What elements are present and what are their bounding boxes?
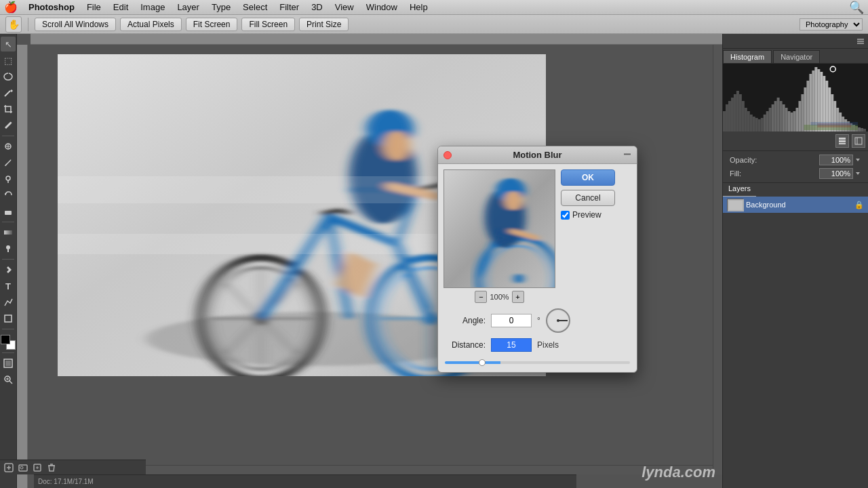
angle-wheel[interactable] [546,308,570,333]
menu-view[interactable]: View [330,1,359,14]
svg-rect-67 [774,101,777,131]
eraser-tool[interactable] [1,204,16,219]
vertical-scrollbar[interactable] [713,45,722,474]
dialog-preview-svg [444,170,555,288]
crop-tool[interactable] [1,102,16,117]
fit-screen-button[interactable]: Fit Screen [186,18,238,31]
svg-rect-75 [795,108,798,131]
ruler-top [31,34,722,45]
dialog-collapse-icon[interactable] [623,150,631,158]
workspace-selector[interactable]: Photography [800,18,863,30]
menu-layer[interactable]: Layer [172,1,205,14]
zoom-out-button[interactable]: − [475,291,487,303]
right-panel: Histogram Navigator [722,34,868,488]
svg-rect-108 [855,138,862,144]
channels-icon[interactable] [852,134,865,148]
fill-row: Fill: [727,167,864,180]
eyedropper-tool[interactable] [1,118,16,133]
shape-tool[interactable] [1,311,16,326]
print-size-button[interactable]: Print Size [299,18,349,31]
layers-icon[interactable] [835,134,849,148]
distance-slider-thumb[interactable] [479,359,486,366]
dodge-tool[interactable] [1,241,16,256]
layer-thumbnail [727,199,743,211]
preview-checkbox[interactable] [561,211,570,220]
toolbar-divider-5 [2,352,14,353]
brush-tool[interactable] [1,155,16,170]
svg-point-8 [6,245,10,249]
zoom-in-button[interactable]: + [512,291,524,303]
menu-photoshop[interactable]: Photoshop [23,1,80,14]
toolbar-divider-4 [2,329,14,329]
apple-menu-icon[interactable]: 🍎 [4,1,18,14]
tab-navigator[interactable]: Navigator [773,50,820,63]
dialog-close-button[interactable] [443,151,452,159]
tab-histogram[interactable]: Histogram [723,50,772,63]
search-icon[interactable]: 🔍 [849,0,864,15]
svg-rect-99 [861,128,863,131]
menu-file[interactable]: File [81,1,106,14]
svg-rect-57 [747,111,750,131]
heal-tool[interactable] [1,139,16,154]
menu-edit[interactable]: Edit [108,1,134,14]
marquee-tool[interactable]: ⬚ [1,53,16,68]
menu-window[interactable]: Window [361,1,403,14]
opacity-dropdown-icon[interactable] [854,157,861,163]
menu-3d[interactable]: 3D [306,1,328,14]
svg-rect-58 [750,115,753,131]
dialog-params: Angle: ° Distance: Pixels [438,308,637,372]
svg-rect-61 [758,119,761,131]
gradient-tool[interactable] [1,225,16,240]
angle-indicator [558,320,568,321]
svg-rect-7 [4,230,12,235]
clone-tool[interactable] [1,171,16,186]
menu-help[interactable]: Help [404,1,433,14]
svg-rect-66 [772,104,774,131]
menu-select[interactable]: Select [237,1,273,14]
actual-pixels-button[interactable]: Actual Pixels [120,18,182,31]
screen-mode-button[interactable] [1,356,16,371]
color-swatches[interactable] [1,335,16,350]
history-brush[interactable] [1,188,16,203]
path-tool[interactable] [1,295,16,310]
fill-input[interactable] [819,168,853,179]
svg-rect-73 [791,113,793,131]
fill-screen-button[interactable]: Fill Screen [241,18,295,31]
wand-tool[interactable] [1,85,16,100]
svg-rect-62 [761,118,764,131]
svg-rect-51 [731,98,734,131]
opacity-input[interactable] [819,155,853,165]
zoom-in-tool[interactable] [1,372,16,387]
svg-rect-52 [734,94,736,131]
opacity-label: Opacity: [730,156,757,164]
distance-label: Distance: [445,340,486,350]
move-tool[interactable]: ↖ [1,37,16,52]
histogram-display [723,64,868,131]
svg-rect-53 [736,91,739,131]
svg-line-0 [5,91,10,96]
dialog-close-area [443,151,452,159]
hand-tool-button[interactable]: ✋ [5,16,22,33]
fill-dropdown-icon[interactable] [854,170,861,177]
distance-input[interactable] [491,338,532,352]
angle-label: Angle: [445,316,486,325]
distance-slider-track[interactable] [445,361,630,364]
svg-rect-63 [764,115,766,131]
options-bar: ✋ Scroll All Windows Actual Pixels Fit S… [0,15,868,34]
angle-input[interactable] [491,314,532,327]
cancel-button[interactable]: Cancel [561,190,615,206]
degree-symbol: ° [537,316,540,325]
lasso-tool[interactable] [1,69,16,84]
ok-button[interactable]: OK [561,169,615,186]
panel-menu-icon[interactable] [856,37,865,46]
pen-tool[interactable] [1,262,16,277]
text-tool[interactable]: T [1,279,16,293]
foreground-color-swatch[interactable] [1,335,10,344]
menu-type[interactable]: Type [206,1,236,14]
menu-image[interactable]: Image [135,1,170,14]
svg-rect-98 [858,127,861,131]
menu-filter[interactable]: Filter [274,1,304,14]
tab-layers[interactable]: Layers [723,183,756,197]
scroll-all-windows-button[interactable]: Scroll All Windows [35,18,116,31]
layer-item-background[interactable]: Background 🔒 [723,197,868,213]
